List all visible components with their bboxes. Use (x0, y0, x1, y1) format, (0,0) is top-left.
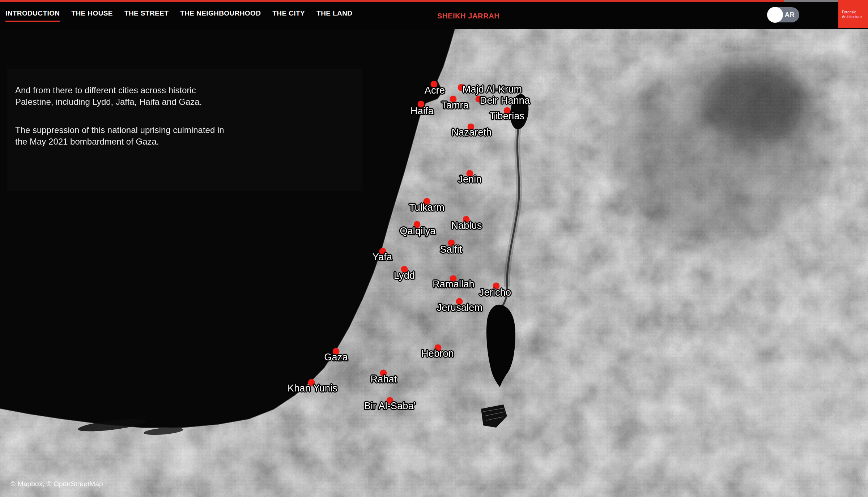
logo-line-2: Architecture (842, 14, 868, 19)
page-title: SHEIKH JARRAH (437, 12, 499, 20)
narrative-paragraph-2: The suppression of this national uprisin… (15, 124, 227, 147)
nav-item[interactable]: THE HOUSE (71, 9, 112, 22)
logo-line-1: Forensic (842, 10, 868, 14)
top-navigation-bar: INTRODUCTION THE HOUSE THE STREET THE NE… (0, 0, 868, 29)
ar-toggle[interactable]: AR (767, 7, 799, 22)
nav-item[interactable]: THE NEIGHBOURHOOD (180, 9, 261, 22)
section-nav: INTRODUCTION THE HOUSE THE STREET THE NE… (5, 2, 352, 29)
nav-item[interactable]: INTRODUCTION (5, 9, 60, 22)
narrative-overlay: And from there to different cities acros… (7, 69, 362, 191)
map-attribution[interactable]: © Mapbox, © OpenStreetMap (10, 480, 103, 488)
forensic-architecture-logo[interactable]: Forensic Architecture (838, 0, 868, 28)
nav-item[interactable]: THE STREET (124, 9, 169, 22)
nav-item[interactable]: THE LAND (316, 9, 352, 22)
narrative-paragraph-1: And from there to different cities acros… (15, 85, 227, 108)
nav-item[interactable]: THE CITY (272, 9, 305, 22)
toggle-knob-icon (767, 7, 783, 23)
ar-toggle-label: AR (785, 7, 795, 22)
